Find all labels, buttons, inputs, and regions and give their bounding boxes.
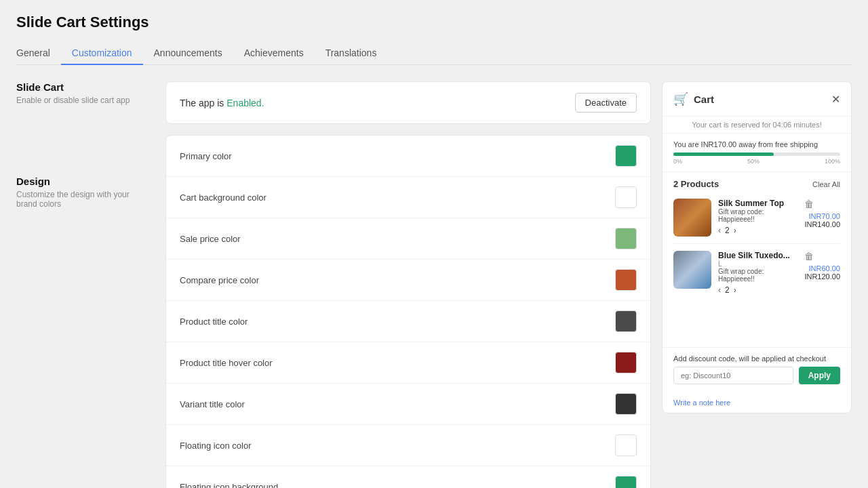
tab-achievements[interactable]: Achievements: [233, 42, 315, 65]
cart-note-label: Write a note here: [673, 399, 730, 407]
deactivate-button[interactable]: Deactivate: [575, 93, 637, 113]
cart-item-price-total-1: INR140.00: [804, 220, 840, 228]
color-label-sale-price-color: Sale price color: [180, 234, 241, 244]
design-section: Design Customize the design with your br…: [16, 176, 149, 209]
cart-item-qty-1: ‹ 2 ›: [718, 226, 797, 235]
cart-item-gift-2: Gift wrap code: Happieeee!!: [718, 268, 797, 283]
cart-item-info-2: Blue Silk Tuxedo... L Gift wrap code: Ha…: [718, 251, 797, 295]
color-label-primary-color: Primary color: [180, 151, 232, 161]
color-label-floating-icon-color: Floating icon color: [180, 441, 252, 451]
discount-code-input[interactable]: [673, 367, 793, 384]
cart-discount-section: Add discount code, will be applied at ch…: [663, 347, 851, 391]
color-label-product-title-color: Product title color: [180, 317, 248, 327]
cart-item-variant-2: L: [718, 260, 797, 268]
cart-item: Blue Silk Tuxedo... L Gift wrap code: Ha…: [673, 244, 840, 302]
progress-bar: [673, 152, 840, 156]
color-swatch-sale-price-color[interactable]: [615, 228, 637, 249]
color-row-product-title-color: Product title color: [166, 301, 650, 342]
cart-item-image-1: [673, 199, 711, 237]
cart-item-price-sale-2: INR60.00: [809, 264, 840, 272]
color-swatch-compare-price-color[interactable]: [615, 269, 637, 291]
cart-item-name-2: Blue Silk Tuxedo...: [718, 251, 797, 260]
cart-products-title: 2 Products: [673, 179, 719, 189]
delete-item-1[interactable]: 🗑: [804, 199, 814, 209]
progress-labels: 0% 50% 100%: [673, 158, 840, 165]
cart-item-price-sale-1: INR70.00: [809, 212, 840, 220]
qty-increase-1[interactable]: ›: [734, 226, 736, 235]
color-swatch-cart-bg-color[interactable]: [615, 186, 637, 208]
progress-bar-fill: [673, 152, 774, 156]
slide-cart-section: Slide Cart Enable or disable slide cart …: [16, 81, 149, 105]
cart-shipping: You are INR170.00 away from free shippin…: [663, 134, 851, 172]
cart-item-info-1: Silk Summer Top Gift wrap code: Happieee…: [718, 199, 797, 237]
design-label: Design: [16, 176, 149, 187]
progress-label-100: 100%: [825, 158, 840, 165]
qty-value-2: 2: [725, 285, 730, 295]
color-swatch-product-title-color[interactable]: [615, 310, 637, 332]
color-row-floating-icon-color: Floating icon color: [166, 425, 650, 466]
color-row-sale-price-color: Sale price color: [166, 218, 650, 260]
color-row-variant-title-color: Variant title color: [166, 384, 650, 425]
qty-value-1: 2: [725, 226, 730, 235]
color-label-variant-title-color: Variant title color: [180, 399, 245, 409]
qty-increase-2[interactable]: ›: [734, 285, 736, 295]
cart-item-price-total-2: INR120.00: [804, 272, 840, 281]
main-content: The app is Enabled. Deactivate Primary c…: [165, 81, 651, 488]
progress-label-50: 50%: [747, 158, 760, 165]
color-row-primary-color: Primary color: [166, 136, 650, 177]
left-panel: Slide Cart Enable or disable slide cart …: [16, 81, 165, 488]
content-area: Slide Cart Enable or disable slide cart …: [16, 81, 852, 488]
slide-cart-desc: Enable or disable slide cart app: [16, 96, 149, 105]
status-card: The app is Enabled. Deactivate: [165, 81, 651, 124]
cart-item: Silk Summer Top Gift wrap code: Happieee…: [673, 192, 840, 244]
cart-discount-label: Add discount code, will be applied at ch…: [673, 354, 840, 363]
cart-products-header: 2 Products Clear All: [663, 172, 851, 192]
color-row-floating-icon-background: Floating icon background: [166, 466, 650, 488]
cart-item-name-1: Silk Summer Top: [718, 199, 797, 208]
apply-discount-button[interactable]: Apply: [799, 367, 840, 384]
cart-item-gift-1: Gift wrap code: Happieeee!!: [718, 208, 797, 223]
delete-item-2[interactable]: 🗑: [804, 251, 814, 262]
close-icon[interactable]: ✕: [831, 93, 840, 106]
cart-timer: Your cart is reserved for 04:06 minutes!: [663, 117, 851, 134]
status-text: The app is Enabled.: [180, 98, 264, 108]
page: Slide Cart Settings General Customizatio…: [0, 0, 868, 488]
color-swatch-floating-icon-background[interactable]: [615, 476, 637, 488]
status-enabled: Enabled.: [226, 98, 264, 108]
color-label-floating-icon-background: Floating icon background: [180, 482, 278, 489]
color-swatch-primary-color[interactable]: [615, 145, 637, 167]
cart-item-image-2: [673, 251, 711, 289]
slide-cart-label: Slide Cart: [16, 81, 149, 93]
tab-general[interactable]: General: [16, 42, 61, 65]
color-row-compare-price-color: Compare price color: [166, 260, 650, 301]
cart-shipping-text: You are INR170.00 away from free shippin…: [673, 140, 840, 148]
color-label-product-title-hover-color: Product title hover color: [180, 358, 273, 368]
progress-label-0: 0%: [673, 158, 682, 165]
qty-decrease-2[interactable]: ‹: [718, 285, 721, 295]
color-label-cart-bg-color: Cart background color: [180, 192, 267, 203]
clear-all-button[interactable]: Clear All: [812, 180, 840, 188]
tab-announcements[interactable]: Announcements: [143, 42, 233, 65]
tabs-bar: General Customization Announcements Achi…: [16, 42, 852, 65]
cart-icon: 🛒: [673, 92, 688, 106]
color-swatch-floating-icon-color[interactable]: [615, 434, 637, 456]
color-rows: Primary color Cart background color Sale…: [166, 136, 650, 488]
cart-items-list: Silk Summer Top Gift wrap code: Happieee…: [663, 192, 851, 347]
color-swatch-product-title-hover-color[interactable]: [615, 352, 637, 373]
tab-translations[interactable]: Translations: [315, 42, 388, 65]
color-settings-card: Primary color Cart background color Sale…: [165, 135, 651, 488]
cart-note-section: Write a note here: [663, 391, 851, 413]
cart-header: 🛒 Cart ✕: [663, 82, 851, 117]
color-swatch-variant-title-color[interactable]: [615, 393, 637, 415]
tab-customization[interactable]: Customization: [61, 42, 143, 65]
design-desc: Customize the design with your brand col…: [16, 190, 149, 209]
color-row-product-title-hover-color: Product title hover color: [166, 342, 650, 384]
page-title: Slide Cart Settings: [16, 14, 852, 31]
cart-title: Cart: [694, 94, 714, 105]
cart-item-qty-2: ‹ 2 ›: [718, 285, 797, 295]
qty-decrease-1[interactable]: ‹: [718, 226, 721, 235]
color-row-cart-bg-color: Cart background color: [166, 177, 650, 218]
cart-preview-panel: 🛒 Cart ✕ Your cart is reserved for 04:06…: [662, 81, 852, 413]
color-label-compare-price-color: Compare price color: [180, 275, 259, 285]
